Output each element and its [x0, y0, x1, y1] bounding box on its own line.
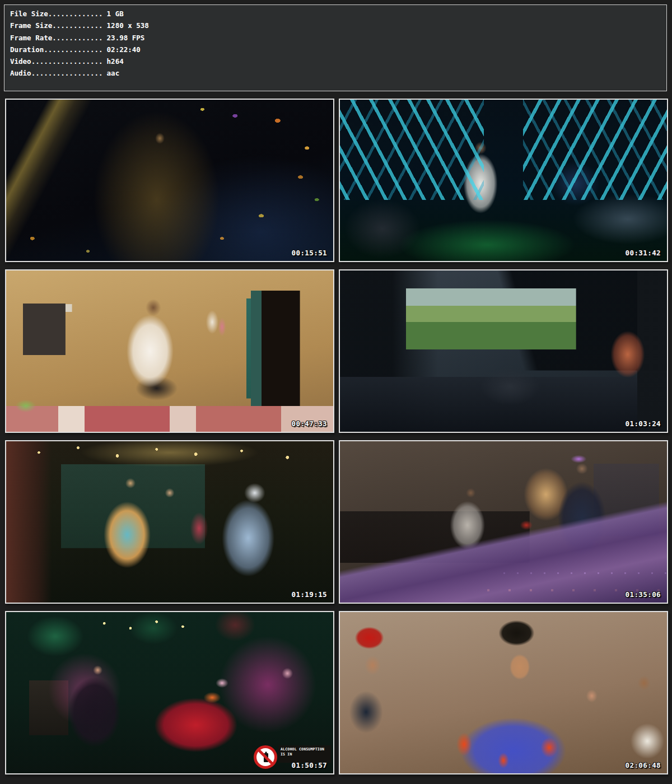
info-line-video: Video.................h264 [10, 55, 666, 67]
media-info-panel: File Size.............1 GB Frame Size...… [4, 4, 667, 91]
timestamp-overlay: 01:35:06 [626, 590, 661, 599]
video-thumbnail-6: 01:35:06 [339, 440, 668, 604]
timestamp-overlay: 01:03:24 [626, 419, 661, 428]
info-line-audio: Audio.................aac [10, 67, 666, 79]
thumbnail-grid: 00:15:51 00:31:42 00:47:33 01:03:24 01:1… [5, 99, 668, 774]
media-info-sheet: { "info_panel": { "rows": [ {"label": "F… [0, 0, 672, 784]
video-thumbnail-2: 00:31:42 [339, 99, 668, 262]
info-dots: ................. [31, 57, 103, 66]
timestamp-overlay: 02:06:48 [626, 761, 661, 769]
video-thumbnail-8: 02:06:48 [339, 611, 668, 774]
info-dots: ............ [52, 34, 102, 42]
info-line-frame-size: Frame Size............1280 x 538 [10, 20, 666, 31]
info-label: Frame Size [10, 21, 52, 30]
timestamp-overlay: 01:50:57 [292, 761, 327, 769]
info-value: 02:22:40 [107, 45, 141, 54]
info-value: 23.98 FPS [107, 34, 145, 42]
info-value: 1280 x 538 [107, 21, 149, 30]
info-value: 1 GB [107, 10, 124, 18]
info-dots: ................. [31, 69, 103, 77]
info-label: Video [10, 57, 31, 66]
info-line-file-size: File Size.............1 GB [10, 8, 666, 20]
video-thumbnail-4: 01:03:24 [339, 269, 668, 433]
video-thumbnail-5: 01:19:15 [5, 440, 334, 604]
timestamp-overlay: 00:15:51 [292, 249, 327, 257]
info-dots: ............ [52, 21, 102, 30]
timestamp-overlay: 00:47:33 [292, 419, 327, 428]
info-label: Duration [10, 45, 44, 54]
no-alcohol-icon [254, 745, 277, 769]
info-label: File Size [10, 10, 48, 18]
info-dots: .............. [44, 45, 102, 54]
timestamp-overlay: 00:31:42 [626, 249, 661, 257]
info-dots: ............. [48, 10, 103, 18]
info-value: h264 [107, 57, 124, 66]
info-value: aac [107, 69, 120, 77]
video-thumbnail-1: 00:15:51 [5, 99, 334, 262]
info-label: Audio [10, 69, 31, 77]
video-thumbnail-3: 00:47:33 [5, 269, 334, 433]
timestamp-overlay: 01:19:15 [292, 590, 327, 599]
alcohol-warning-text: ALCOHOL CONSUMPTION IS IN [278, 745, 331, 763]
info-line-duration: Duration..............02:22:40 [10, 44, 666, 55]
info-line-frame-rate: Frame Rate............23.98 FPS [10, 32, 666, 44]
info-label: Frame Rate [10, 34, 52, 42]
video-thumbnail-7: ALCOHOL CONSUMPTION IS IN 01:50:57 [5, 611, 334, 774]
